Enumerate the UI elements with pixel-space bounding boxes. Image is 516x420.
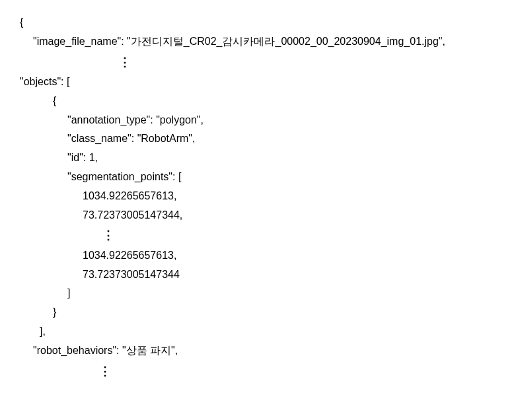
segmentation-points-key: "segmentation_points": [ xyxy=(20,168,496,187)
kv-id: "id": 1, xyxy=(20,149,496,168)
seg-point-value: 1034.92265657613, xyxy=(20,246,496,265)
ellipsis-icon: ⋮ xyxy=(20,52,496,73)
objects-array-close: ], xyxy=(20,322,496,341)
kv-annotation-type: "annotation_type": "polygon", xyxy=(20,111,496,130)
kv-robot-behaviors: "robot_behaviors": "상품 파지", xyxy=(20,341,496,361)
seg-point-value: 1034.92265657613, xyxy=(20,187,496,206)
objects-key: "objects": [ xyxy=(20,73,496,92)
brace-open: { xyxy=(20,13,496,32)
seg-point-value: 73.72373005147344, xyxy=(20,206,496,225)
object-brace-close: } xyxy=(20,303,496,322)
seg-array-close: ] xyxy=(20,284,496,303)
kv-image-file-name: "image_file_name": "가전디지털_CR02_감시카메라_000… xyxy=(20,32,496,52)
ellipsis-icon: ⋮ xyxy=(20,361,496,382)
seg-point-value: 73.72373005147344 xyxy=(20,265,496,285)
ellipsis-icon: ⋮ xyxy=(20,225,496,246)
object-brace-open: { xyxy=(20,92,496,111)
kv-class-name: "class_name": "RobotArm", xyxy=(20,129,496,149)
